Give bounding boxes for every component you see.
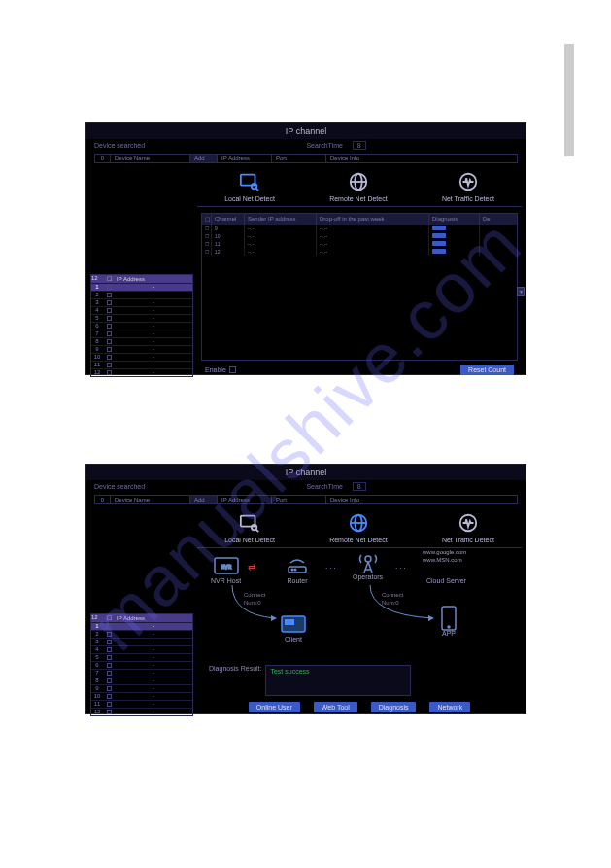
svg-text:NVR: NVR: [221, 564, 231, 570]
ip-list-row[interactable]: 9-: [91, 684, 192, 692]
ip-list-row[interactable]: 12-: [91, 708, 192, 715]
search-time-value: 8: [353, 482, 366, 491]
ip-list-count: 12: [91, 614, 103, 622]
col-checkbox[interactable]: ☐: [202, 214, 212, 225]
table-row[interactable]: ☐11--.----.--: [202, 240, 517, 248]
ip-list-row[interactable]: 6-: [91, 322, 192, 330]
tab-remote-net-detect[interactable]: Remote Net Detect: [329, 171, 388, 202]
checkbox-icon[interactable]: [107, 647, 112, 652]
col-device-name: Device Name: [111, 155, 190, 162]
ip-list-row[interactable]: 5-: [91, 314, 192, 322]
reset-count-button[interactable]: Reset Count: [460, 365, 514, 375]
checkbox-icon[interactable]: [107, 710, 112, 714]
checkbox-icon[interactable]: [107, 678, 112, 683]
scroll-down-icon[interactable]: ▾: [517, 287, 525, 296]
ip-list-row[interactable]: 2-: [91, 291, 192, 298]
ip-list-row[interactable]: 11-: [91, 700, 192, 708]
checkbox-icon[interactable]: [107, 347, 112, 352]
col-channel: Channel: [212, 214, 245, 225]
checkbox-icon[interactable]: [107, 331, 112, 336]
ip-list-row[interactable]: 1-: [91, 283, 192, 291]
ip-list-row[interactable]: 3-: [91, 298, 192, 306]
network-diagram: NVR NVR Host ⇄ Router ··· Operators ···: [197, 548, 522, 665]
tab-local-net-detect[interactable]: Local Net Detect: [224, 171, 275, 202]
col-device-name: Device Name: [111, 496, 190, 503]
ip-list-row[interactable]: 8-: [91, 677, 192, 684]
checkbox-icon[interactable]: [107, 339, 112, 344]
checkbox-icon[interactable]: [107, 694, 112, 699]
ip-list-row[interactable]: 8-: [91, 337, 192, 345]
diagnosis-badge[interactable]: [432, 249, 446, 254]
checkbox-icon[interactable]: [107, 293, 112, 297]
col-add[interactable]: Add: [190, 155, 218, 162]
checkbox-icon[interactable]: [107, 324, 112, 329]
ip-list-row[interactable]: 4-: [91, 645, 192, 653]
ip-list-row[interactable]: 11-: [91, 361, 192, 368]
checkbox-icon[interactable]: [107, 355, 112, 360]
ip-list-row[interactable]: 2-: [91, 630, 192, 638]
checkbox-icon[interactable]: [107, 300, 112, 305]
device-table-header: 0 Device Name Add IP Address Port Device…: [94, 495, 518, 504]
url-list: www.google.com www.MSN.com: [423, 548, 466, 564]
table-row[interactable]: ☐10--.----.--: [202, 232, 517, 240]
ip-list-row[interactable]: 4-: [91, 306, 192, 314]
checkbox-icon[interactable]: [107, 363, 112, 367]
ip-list-row[interactable]: 10-: [91, 353, 192, 361]
web-tool-button[interactable]: Web Tool: [314, 702, 357, 712]
checkbox-icon[interactable]: [107, 663, 112, 668]
ip-list-row[interactable]: 10-: [91, 692, 192, 700]
checkbox-icon[interactable]: [107, 671, 112, 676]
enable-label: Enable: [205, 366, 226, 373]
tab-label: Local Net Detect: [224, 537, 275, 543]
checkbox-icon[interactable]: [107, 308, 112, 313]
tab-local-net-detect[interactable]: Local Net Detect: [224, 512, 275, 543]
network-button[interactable]: Network: [429, 702, 470, 712]
ip-list-row[interactable]: 6-: [91, 661, 192, 669]
tab-net-traffic-detect[interactable]: Net Traffic Detect: [442, 171, 494, 202]
table-row[interactable]: ☐9--.----.--: [202, 225, 517, 232]
ip-list-row[interactable]: 7-: [91, 330, 192, 337]
checkbox-icon[interactable]: [107, 655, 112, 660]
checkbox-icon[interactable]: [107, 370, 112, 375]
ip-list-checkbox-header[interactable]: ☐: [103, 275, 115, 283]
node-router: Router: [285, 556, 310, 584]
checkbox-icon[interactable]: [107, 686, 112, 691]
pulse-icon: [458, 512, 479, 534]
diagnosis-button[interactable]: Diagnosis: [371, 702, 417, 712]
ip-list-row[interactable]: 5-: [91, 653, 192, 661]
ip-list-checkbox-header[interactable]: ☐: [103, 614, 115, 622]
table-row[interactable]: ☐12--.----.--: [202, 248, 517, 256]
tab-label: Remote Net Detect: [329, 195, 388, 202]
ip-list-row[interactable]: 7-: [91, 669, 192, 677]
search-time-label: SearchTime: [306, 483, 342, 490]
monitor-search-icon: [239, 512, 260, 534]
checkbox-icon[interactable]: [107, 632, 112, 637]
ip-list-row[interactable]: 12-: [91, 368, 192, 376]
tab-label: Remote Net Detect: [329, 537, 388, 543]
checkbox-icon[interactable]: [107, 640, 112, 644]
device-table-header: 0 Device Name Add IP Address Port Device…: [94, 154, 518, 163]
node-label: APP: [436, 630, 461, 637]
checkbox-icon[interactable]: [107, 316, 112, 321]
router-icon: [285, 557, 310, 574]
ip-list-row[interactable]: 1-: [91, 622, 192, 630]
diagnosis-badge[interactable]: [432, 226, 446, 230]
col-add[interactable]: Add: [190, 496, 218, 503]
dots-connector: ···: [395, 564, 408, 573]
diagnosis-badge[interactable]: [432, 233, 446, 238]
ip-list-row[interactable]: 3-: [91, 638, 192, 645]
svg-line-2: [255, 188, 258, 191]
tab-net-traffic-detect[interactable]: Net Traffic Detect: [442, 512, 494, 543]
tab-label: Local Net Detect: [224, 195, 275, 202]
ip-list-row[interactable]: 9-: [91, 345, 192, 353]
checkbox-icon[interactable]: [107, 702, 112, 707]
node-nvr-host: NVR NVR Host: [211, 556, 241, 584]
online-user-button[interactable]: Online User: [249, 702, 300, 712]
pulse-icon: [458, 171, 479, 192]
enable-checkbox[interactable]: [229, 366, 236, 373]
checkbox-icon[interactable]: [107, 285, 112, 290]
tab-remote-net-detect[interactable]: Remote Net Detect: [329, 512, 388, 543]
diagnosis-badge[interactable]: [432, 241, 446, 246]
svg-point-17: [291, 569, 293, 571]
checkbox-icon[interactable]: [107, 624, 112, 629]
